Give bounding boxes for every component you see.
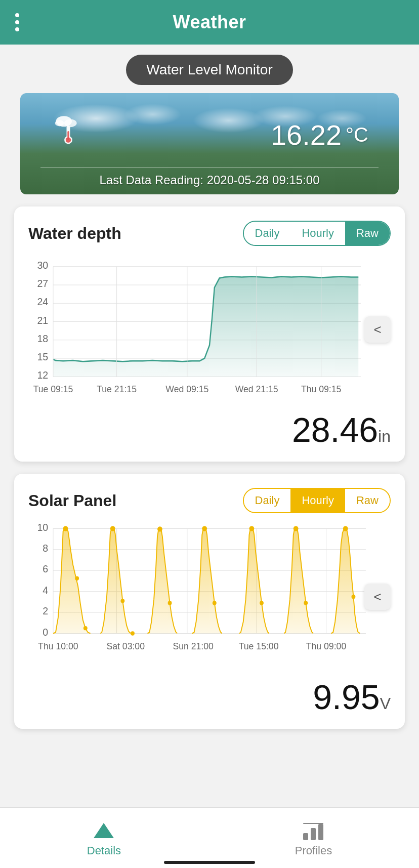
water-depth-title: Water depth [28,224,121,243]
svg-text:21: 21 [37,314,48,326]
water-depth-unit: in [378,427,391,445]
svg-point-60 [294,526,299,531]
solar-panel-tab-raw[interactable]: Raw [345,489,390,512]
svg-point-62 [343,526,348,531]
water-depth-nav-prev[interactable]: < [364,316,391,343]
app-header: Weather [0,0,419,45]
nav-details-label: Details [87,844,121,857]
svg-text:4: 4 [43,584,48,596]
svg-text:12: 12 [37,369,48,381]
svg-point-54 [157,526,162,531]
solar-panel-tab-hourly[interactable]: Hourly [290,489,345,512]
svg-point-56 [202,526,207,531]
svg-point-53 [131,631,135,635]
water-depth-card: Water depth Daily Hourly Raw 30 27 24 [14,206,405,462]
svg-point-50 [83,626,88,630]
solar-panel-tab-daily[interactable]: Daily [244,489,291,512]
svg-point-52 [120,599,124,603]
svg-text:Thu 09:00: Thu 09:00 [306,641,346,651]
svg-point-58 [249,526,254,531]
solar-panel-number: 9.95 [313,678,380,716]
svg-rect-73 [311,828,316,840]
bottom-nav: Details Profiles [0,807,419,868]
solar-panel-chart: 10 8 6 4 2 0 [28,523,391,670]
svg-text:2: 2 [43,605,48,617]
svg-text:Tue 09:15: Tue 09:15 [33,384,73,395]
water-depth-chart: 30 27 24 21 18 15 12 Tue 09:15 [28,256,391,403]
svg-text:27: 27 [37,278,48,290]
svg-rect-72 [303,833,308,840]
svg-point-55 [168,601,172,605]
water-depth-current-value: 28.46in [28,410,391,449]
svg-text:Thu 09:15: Thu 09:15 [301,384,341,395]
device-label-container: Water Level Monitor [0,45,419,93]
svg-text:24: 24 [37,296,48,308]
solar-panel-unit: V [380,694,391,713]
svg-text:Sun 21:00: Sun 21:00 [173,641,213,651]
water-depth-tab-raw[interactable]: Raw [345,222,390,245]
thermometer-icon [51,113,86,151]
weather-temp-row: 16.22 °C [271,118,368,151]
weather-banner: 16.22 °C Last Data Reading: 2020-05-28 0… [20,93,399,194]
solar-panel-title: Solar Panel [28,491,116,510]
solar-panel-chart-container: 10 8 6 4 2 0 [28,523,391,670]
header-title: Weather [173,12,246,33]
weather-unit: °C [346,123,368,146]
water-depth-tab-daily[interactable]: Daily [244,222,291,245]
water-depth-tab-hourly[interactable]: Hourly [290,222,345,245]
svg-point-51 [110,526,115,531]
svg-text:Thu 10:00: Thu 10:00 [38,641,78,651]
water-depth-chart-container: 30 27 24 21 18 15 12 Tue 09:15 [28,256,391,403]
svg-point-2 [55,120,64,126]
svg-text:10: 10 [37,523,48,533]
water-depth-tabs: Daily Hourly Raw [243,221,391,246]
solar-panel-nav-prev[interactable]: < [364,584,391,610]
svg-point-48 [63,526,68,531]
svg-point-61 [304,601,308,605]
weather-divider [40,168,379,168]
svg-text:Sat 03:00: Sat 03:00 [106,641,145,651]
svg-text:0: 0 [43,626,48,638]
svg-point-59 [260,601,264,605]
svg-rect-75 [303,823,323,824]
svg-text:Wed 21:15: Wed 21:15 [235,384,278,395]
svg-text:18: 18 [37,333,48,344]
svg-text:30: 30 [37,259,48,271]
svg-text:8: 8 [43,542,48,554]
device-label[interactable]: Water Level Monitor [126,55,293,85]
nav-profiles-label: Profiles [295,844,332,857]
home-indicator [164,861,255,864]
weather-temperature: 16.22 [271,118,342,151]
solar-panel-tabs: Daily Hourly Raw [243,488,391,513]
svg-point-49 [75,576,79,581]
svg-point-57 [213,601,217,605]
svg-text:Tue 21:15: Tue 21:15 [97,384,137,395]
nav-item-profiles[interactable]: Profiles [295,819,332,857]
solar-panel-card: Solar Panel Daily Hourly Raw [14,474,405,729]
weather-last-reading: Last Data Reading: 2020-05-28 09:15:00 [20,173,399,187]
svg-text:6: 6 [43,563,48,575]
nav-item-details[interactable]: Details [87,819,121,857]
water-depth-header: Water depth Daily Hourly Raw [28,221,391,246]
svg-text:Wed 09:15: Wed 09:15 [165,384,208,395]
svg-rect-74 [318,824,323,840]
svg-text:15: 15 [37,351,48,363]
solar-panel-current-value: 9.95V [28,677,391,717]
svg-text:Tue 15:00: Tue 15:00 [239,641,279,651]
menu-button[interactable] [15,13,19,31]
water-depth-number: 28.46 [292,410,378,449]
svg-point-1 [64,119,77,127]
svg-point-63 [352,595,356,599]
solar-panel-header: Solar Panel Daily Hourly Raw [28,488,391,513]
svg-point-6 [66,137,71,143]
